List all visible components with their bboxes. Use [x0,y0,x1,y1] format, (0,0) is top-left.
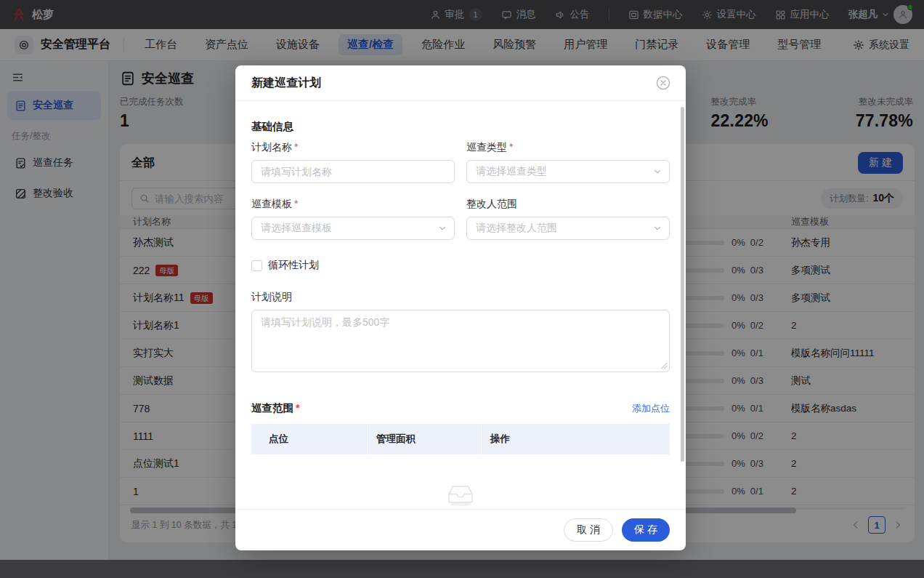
field-rectifier-scope: 整改人范围 请选择整改人范围 [466,198,670,240]
dialog-footer: 取 消 保 存 [235,509,686,550]
select-placeholder: 请选择巡查类型 [476,165,547,178]
recurring-plan-label: 循环性计划 [268,259,319,272]
add-point-link[interactable]: 添加点位 [632,402,670,415]
dialog-title: 新建巡查计划 [251,76,321,91]
scope-column-area: 管理面积 [368,424,481,454]
chevron-down-icon [438,224,447,233]
dialog-scrollbar-thumb[interactable] [681,107,684,462]
scope-header-row: 巡查范围* 添加点位 [251,401,670,415]
close-icon[interactable] [655,75,671,91]
cancel-button[interactable]: 取 消 [564,518,613,542]
empty-box-icon [443,479,478,507]
empty-state: 暂无数据 [251,479,670,509]
required-star: * [294,198,298,209]
plan-name-label: 计划名称* [251,141,455,154]
plan-name-input[interactable] [251,160,455,183]
required-star: * [509,141,513,153]
new-plan-dialog: 新建巡查计划 基础信息 计划名称* 巡查类型* 请选择巡查类型 [235,65,686,550]
inspection-template-select[interactable]: 请选择巡查模板 [251,217,455,240]
scope-column-actions: 操作 [482,424,670,454]
section-basic-info: 基础信息 [251,120,670,134]
plan-description-wrap [251,310,670,372]
dialog-body: 基础信息 计划名称* 巡查类型* 请选择巡查类型 巡查模板* [235,101,686,509]
inspection-template-label: 巡查模板* [251,198,455,211]
chevron-down-icon [653,167,662,176]
rectifier-scope-label: 整改人范围 [466,198,670,211]
required-star: * [296,402,300,414]
save-button[interactable]: 保 存 [622,518,670,542]
select-placeholder: 请选择巡查模板 [261,222,332,235]
recurring-plan-row: 循环性计划 [251,259,670,272]
inspection-type-select[interactable]: 请选择巡查类型 [466,160,670,183]
chevron-down-icon [653,224,662,233]
dialog-header: 新建巡查计划 [235,65,686,101]
select-placeholder: 请选择整改人范围 [476,222,557,235]
plan-description-label: 计划说明 [251,291,670,304]
rectifier-scope-select[interactable]: 请选择整改人范围 [466,217,670,240]
plan-description-textarea[interactable] [251,310,670,372]
field-plan-name: 计划名称* [251,141,455,183]
scope-table-header: 点位 管理面积 操作 [251,424,670,454]
field-inspection-type: 巡查类型* 请选择巡查类型 [466,141,670,183]
recurring-plan-checkbox[interactable] [251,260,262,271]
required-star: * [294,141,298,153]
field-inspection-template: 巡查模板* 请选择巡查模板 [251,198,455,240]
scope-column-point: 点位 [251,424,367,454]
app-root: 松萝 审批1消息公告数据中心设置中心应用中心 张超凡 安全管理平台 [0,0,924,578]
inspection-type-label: 巡查类型* [466,141,670,154]
scope-title: 巡查范围* [251,401,300,415]
